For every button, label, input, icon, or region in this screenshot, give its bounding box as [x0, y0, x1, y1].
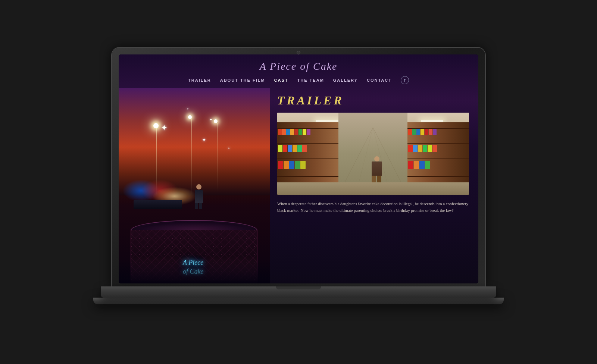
r-shelf-line-2 — [407, 143, 469, 144]
r-shelf-line-3 — [407, 159, 469, 159]
star-sparkle-3: ✦ — [209, 117, 212, 122]
r-shelf-line-4 — [407, 176, 469, 177]
trailer-thumbnail[interactable]: A 3 B JELLOSPICESCAKE MIXES COFFEE, TEAB… — [277, 113, 469, 195]
ground-shadow — [119, 260, 270, 283]
screen-bezel: A Piece of Cake TRAILER ABOUT THE FILM C… — [119, 54, 478, 283]
person-torso — [195, 190, 203, 203]
main-content: ✦ ✦ ✦ ✦ ✦ — [119, 88, 478, 283]
store-person-legs — [372, 176, 382, 182]
nav-cast[interactable]: CAST — [274, 78, 288, 82]
nav-contact[interactable]: CONTACT — [367, 78, 392, 82]
person-legs — [195, 203, 203, 209]
store-person-jacket — [372, 161, 382, 176]
store-person — [372, 156, 382, 182]
film-description: When a desperate father discovers his da… — [277, 201, 469, 214]
nav-gallery[interactable]: GALLERY — [333, 78, 358, 82]
movie-poster: ✦ ✦ ✦ ✦ ✦ — [119, 88, 270, 283]
star-sparkle-1: ✦ — [161, 123, 168, 133]
shelf-line-2 — [277, 143, 339, 144]
poster-background: ✦ ✦ ✦ ✦ ✦ — [119, 88, 270, 283]
grocery-scene: A 3 B JELLOSPICESCAKE MIXES COFFEE, TEAB… — [277, 113, 469, 195]
section-title: TRAILER — [277, 94, 469, 107]
r-shelf-products-row-2 — [407, 144, 469, 157]
nav-links: TRAILER ABOUT THE FILM CAST THE TEAM GAL… — [119, 76, 478, 84]
shelf-products-row-1 — [277, 128, 339, 141]
laptop-base-bottom — [93, 298, 504, 304]
right-panel: TRAILER — [270, 88, 478, 283]
star-sparkle-5: ✦ — [187, 107, 189, 111]
navigation: A Piece of Cake TRAILER ABOUT THE FILM C… — [119, 54, 478, 88]
ceiling-light-3 — [421, 120, 443, 122]
star-sparkle-4: ✦ — [228, 147, 230, 150]
police-car-area — [134, 187, 190, 209]
laptop-mockup: A Piece of Cake TRAILER ABOUT THE FILM C… — [93, 48, 504, 316]
store-floor — [277, 182, 469, 195]
shelf-products-row-2 — [277, 144, 339, 157]
shelf-products-row-3 — [277, 160, 339, 175]
person-leg-right — [199, 203, 202, 209]
r-shelf-products-row-1 — [407, 128, 469, 141]
nav-team[interactable]: THE TEAM — [297, 78, 324, 82]
car-body — [134, 200, 182, 209]
shelf-line-4 — [277, 176, 339, 177]
shelf-line-3 — [277, 159, 339, 159]
nav-about[interactable]: ABOUT THE FILM — [220, 78, 265, 82]
facebook-icon[interactable]: f — [401, 76, 409, 84]
store-person-leg-l — [372, 176, 376, 182]
star-sparkle-2: ✦ — [202, 137, 206, 143]
website-content: A Piece of Cake TRAILER ABOUT THE FILM C… — [119, 54, 478, 283]
light-3 — [214, 119, 218, 123]
street-light-beam-2 — [191, 117, 192, 196]
r-shelf-products-row-3 — [407, 160, 469, 175]
laptop-base — [101, 286, 496, 298]
store-person-head — [374, 156, 379, 161]
person-figure-wrapper — [195, 184, 203, 209]
nav-trailer[interactable]: TRAILER — [188, 78, 211, 82]
laptop-screen-frame: A Piece of Cake TRAILER ABOUT THE FILM C… — [112, 48, 485, 286]
person-leg-left — [195, 203, 198, 209]
street-light-beam-3 — [217, 123, 218, 191]
person-head — [196, 184, 201, 189]
store-person-leg-r — [377, 176, 381, 182]
site-title: A Piece of Cake — [119, 60, 478, 72]
